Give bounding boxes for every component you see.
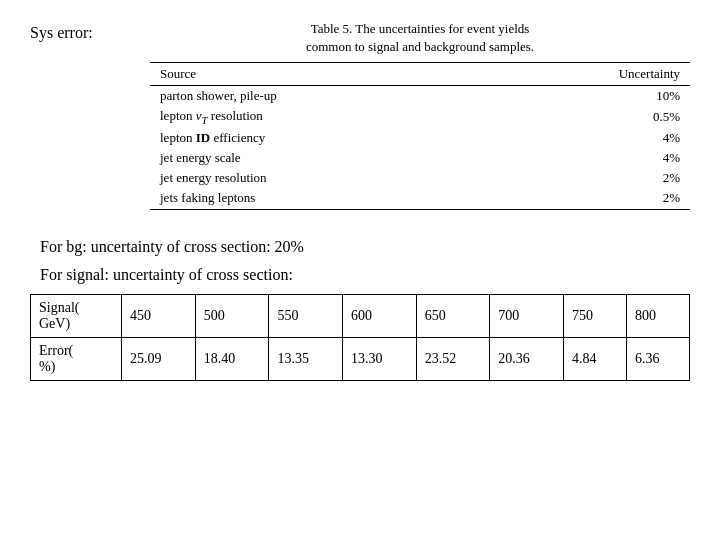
- error-value: 13.35: [269, 337, 343, 380]
- error-value: 6.36: [626, 337, 689, 380]
- signal-section: For signal: uncertainty of cross section…: [30, 266, 690, 284]
- top-section: Sys error: Table 5. The uncertainties fo…: [30, 20, 690, 210]
- source-cell: lepton ID efficiency: [150, 128, 489, 148]
- inner-table: Source Uncertainty parton shower, pile-u…: [150, 62, 690, 209]
- mass-value: 500: [195, 294, 269, 337]
- mass-value: 750: [563, 294, 626, 337]
- table-row: jets faking leptons2%: [150, 188, 690, 209]
- source-cell: jet energy resolution: [150, 168, 489, 188]
- error-value: 25.09: [122, 337, 196, 380]
- table-bottom-border: [150, 209, 690, 210]
- error-label: Error(%): [31, 337, 122, 380]
- mass-value: 550: [269, 294, 343, 337]
- signal-text: For signal: uncertainty of cross section…: [40, 266, 293, 283]
- sys-error-label: Sys error:: [30, 24, 120, 42]
- signal-row: Signal(GeV)450500550600650700750800: [31, 294, 690, 337]
- mass-value: 650: [416, 294, 490, 337]
- mass-value: 800: [626, 294, 689, 337]
- table-row: jet energy resolution2%: [150, 168, 690, 188]
- table-row: jet energy scale4%: [150, 148, 690, 168]
- error-value: 23.52: [416, 337, 490, 380]
- source-cell: jet energy scale: [150, 148, 489, 168]
- col-header-uncertainty: Uncertainty: [489, 63, 690, 86]
- bg-text: For bg: uncertainty of cross section: 20…: [40, 238, 304, 255]
- uncertainty-cell: 2%: [489, 168, 690, 188]
- table-caption: Table 5. The uncertainties for event yie…: [150, 20, 690, 56]
- table-container: Table 5. The uncertainties for event yie…: [150, 20, 690, 210]
- source-cell: lepton νT resolution: [150, 106, 489, 128]
- mass-value: 450: [122, 294, 196, 337]
- source-cell: jets faking leptons: [150, 188, 489, 209]
- uncertainty-cell: 10%: [489, 86, 690, 107]
- table-row: lepton ID efficiency4%: [150, 128, 690, 148]
- uncertainty-cell: 4%: [489, 148, 690, 168]
- error-row: Error(%)25.0918.4013.3513.3023.5220.364.…: [31, 337, 690, 380]
- col-header-source: Source: [150, 63, 489, 86]
- uncertainty-cell: 2%: [489, 188, 690, 209]
- data-table: Signal(GeV)450500550600650700750800Error…: [30, 294, 690, 381]
- caption-line2: common to signal and background samples.: [306, 39, 534, 54]
- error-value: 13.30: [343, 337, 417, 380]
- source-cell: parton shower, pile-up: [150, 86, 489, 107]
- mass-value: 600: [343, 294, 417, 337]
- caption-line1: Table 5. The uncertainties for event yie…: [311, 21, 530, 36]
- error-value: 20.36: [490, 337, 564, 380]
- table-row: lepton νT resolution0.5%: [150, 106, 690, 128]
- table-row: parton shower, pile-up10%: [150, 86, 690, 107]
- error-value: 4.84: [563, 337, 626, 380]
- uncertainty-cell: 0.5%: [489, 106, 690, 128]
- error-value: 18.40: [195, 337, 269, 380]
- bg-section: For bg: uncertainty of cross section: 20…: [30, 238, 690, 256]
- mass-value: 700: [490, 294, 564, 337]
- uncertainty-cell: 4%: [489, 128, 690, 148]
- signal-label: Signal(GeV): [31, 294, 122, 337]
